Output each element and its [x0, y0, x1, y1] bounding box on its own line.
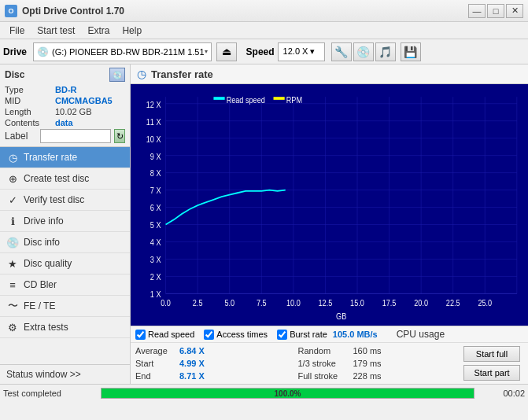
save-button[interactable]: 💾 [401, 42, 421, 61]
svg-text:2.5: 2.5 [193, 298, 203, 308]
nav-item-verify-test-disc[interactable]: ✓ Verify test disc [0, 190, 130, 211]
svg-text:7.5: 7.5 [257, 298, 267, 308]
label-refresh-button[interactable]: ↻ [114, 129, 125, 143]
stroke-1-3-value: 179 ms [353, 359, 391, 368]
burst-rate-checkbox[interactable] [277, 330, 287, 340]
disc-label-input[interactable] [40, 129, 111, 143]
svg-text:25.0: 25.0 [478, 298, 492, 308]
chart-icon: ◷ [137, 68, 146, 80]
chart-header: ◷ Transfer rate [131, 64, 528, 84]
nav-label-verify-test-disc: Verify test disc [24, 194, 84, 205]
disc-quality-icon: ★ [6, 257, 19, 270]
status-text: Test completed [3, 389, 98, 398]
chart-container: 1 X 2 X 3 X 4 X 5 X 6 X 7 X 8 X 9 X 10 X… [131, 84, 528, 326]
burst-rate-value: 105.0 MB/s [333, 330, 378, 339]
svg-text:10 X: 10 X [146, 134, 161, 144]
access-times-checkbox-item: Access times [204, 330, 268, 340]
status-window-label: Status window >> [6, 369, 81, 380]
full-stroke-label: Full stroke [298, 371, 349, 381]
nav-item-drive-info[interactable]: ℹ Drive info [0, 211, 130, 232]
nav-item-fe-te[interactable]: 〜 FE / TE [0, 296, 130, 317]
read-speed-checkbox[interactable] [135, 330, 146, 340]
disc-icon-button[interactable]: 💿 [109, 68, 125, 82]
speed-label: Speed [246, 46, 275, 57]
start-value: 4.99 X [179, 359, 217, 368]
svg-text:4 X: 4 X [150, 238, 161, 248]
nav-item-disc-quality[interactable]: ★ Disc quality [0, 253, 130, 274]
chart-area: ◷ Transfer rate [131, 64, 528, 384]
full-stroke-value: 228 ms [353, 371, 391, 381]
full-stroke-stat-row: Full stroke 228 ms [298, 370, 461, 382]
nav-item-extra-tests[interactable]: ⚙ Extra tests [0, 317, 130, 338]
drive-value: (G:) PIONEER BD-RW BDR-211M 1.51 [52, 47, 205, 57]
transfer-rate-chart: 1 X 2 X 3 X 4 X 5 X 6 X 7 X 8 X 9 X 10 X… [134, 87, 525, 322]
random-label: Random [298, 346, 349, 356]
nav-label-drive-info: Drive info [24, 216, 64, 227]
minimize-button[interactable]: — [468, 4, 486, 18]
start-stat-row: Start 4.99 X [135, 357, 298, 370]
access-times-checkbox[interactable] [204, 330, 214, 340]
chart-title: Transfer rate [151, 68, 213, 80]
verify-test-disc-icon: ✓ [6, 193, 19, 206]
nav-item-cd-bler[interactable]: ≡ CD Bler [0, 274, 130, 296]
app-title: Opti Drive Control 1.70 [22, 6, 468, 17]
disc-mid-label: MID [5, 96, 55, 105]
nav-item-create-test-disc[interactable]: ⊕ Create test disc [0, 168, 130, 190]
disc-mid-value: CMCMAGBA5 [55, 96, 113, 105]
elapsed-time: 00:02 [478, 389, 525, 398]
menu-file[interactable]: File [3, 24, 31, 38]
toolbar-btn-2[interactable]: 💿 [353, 42, 374, 61]
random-stat-row: Random 160 ms [298, 344, 461, 357]
svg-text:6 X: 6 X [150, 204, 161, 213]
toolbar-btn-3[interactable]: 🎵 [375, 42, 396, 61]
disc-contents-value: data [55, 118, 73, 127]
nav-item-transfer-rate[interactable]: ◷ Transfer rate [0, 147, 130, 168]
nav-label-disc-quality: Disc quality [24, 258, 72, 269]
stats-col-mid: Random 160 ms 1/3 stroke 179 ms Full str… [298, 344, 461, 382]
progress-bar-container: 100.0% [101, 388, 474, 399]
nav-label-create-test-disc: Create test disc [24, 173, 89, 184]
menu-start-test[interactable]: Start test [31, 24, 81, 38]
menu-help[interactable]: Help [116, 24, 148, 38]
maximize-button[interactable]: □ [487, 4, 504, 18]
stats-checkboxes-row: Read speed Access times Burst rate 105.0… [131, 326, 528, 343]
svg-text:1 X: 1 X [150, 289, 161, 299]
stats-col-buttons: Start full Start part [460, 344, 523, 382]
start-part-button[interactable]: Start part [463, 365, 520, 381]
speed-value: 12.0 X ▾ [283, 46, 316, 57]
disc-panel: Disc 💿 Type BD-R MID CMCMAGBA5 Length 10… [0, 64, 130, 147]
end-value: 8.71 X [179, 371, 217, 381]
svg-text:RPM: RPM [286, 95, 302, 105]
svg-text:Read speed: Read speed [227, 95, 265, 105]
svg-text:12.5: 12.5 [319, 298, 333, 308]
start-full-button[interactable]: Start full [463, 346, 520, 362]
speed-selector[interactable]: 12.0 X ▾ [278, 42, 325, 61]
disc-type-value: BD-R [55, 85, 77, 94]
svg-text:5.0: 5.0 [224, 298, 234, 308]
sidebar: Disc 💿 Type BD-R MID CMCMAGBA5 Length 10… [0, 64, 131, 384]
svg-text:12 X: 12 X [146, 100, 161, 109]
drive-selector[interactable]: 💿 (G:) PIONEER BD-RW BDR-211M 1.51 ▾ [33, 42, 212, 61]
main-content: Disc 💿 Type BD-R MID CMCMAGBA5 Length 10… [0, 64, 528, 384]
svg-text:2 X: 2 X [150, 273, 161, 282]
titlebar: O Opti Drive Control 1.70 — □ ✕ [0, 0, 528, 22]
stats-col-left: Average 6.84 X Start 4.99 X End 8.71 X [135, 344, 298, 382]
drive-dropdown-arrow: ▾ [205, 48, 208, 55]
close-button[interactable]: ✕ [506, 4, 523, 18]
svg-text:5 X: 5 X [150, 221, 161, 230]
sidebar-footer: Status window >> [0, 364, 130, 384]
status-window-button[interactable]: Status window >> [0, 365, 130, 384]
drive-info-icon: ℹ [6, 215, 19, 227]
create-test-disc-icon: ⊕ [6, 172, 19, 185]
eject-button[interactable]: ⏏ [216, 42, 237, 61]
end-stat-row: End 8.71 X [135, 370, 298, 382]
menu-extra[interactable]: Extra [81, 24, 116, 38]
toolbar-icons: 🔧 💿 🎵 [331, 42, 396, 61]
nav-label-extra-tests: Extra tests [24, 322, 68, 333]
disc-length-value: 10.02 GB [55, 107, 91, 116]
nav-item-disc-info[interactable]: 💿 Disc info [0, 232, 130, 253]
toolbar-btn-1[interactable]: 🔧 [331, 42, 352, 61]
stroke-1-3-stat-row: 1/3 stroke 179 ms [298, 357, 461, 370]
disc-contents-label: Contents [5, 118, 55, 127]
burst-rate-checkbox-item: Burst rate 105.0 MB/s [277, 330, 378, 340]
